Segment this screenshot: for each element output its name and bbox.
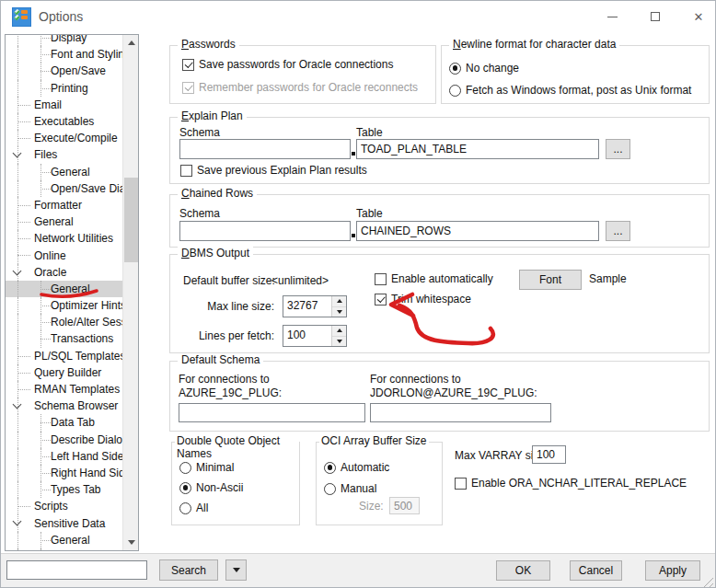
chevron-down-icon[interactable]	[13, 266, 22, 275]
explain-table-browse-button[interactable]: ...	[606, 139, 630, 159]
oci-size-label: Size:	[359, 500, 384, 513]
minimize-button[interactable]	[595, 1, 629, 32]
default-schema-legend: Default Schema	[178, 353, 263, 366]
newline-format-group: Newline format for character data No cha…	[441, 45, 710, 104]
tree-connector	[17, 356, 30, 357]
chained-table-input[interactable]	[356, 221, 599, 241]
scroll-up-icon[interactable]	[123, 35, 139, 51]
right-default-schema-input[interactable]	[370, 403, 551, 422]
tree-item-general[interactable]: General	[6, 281, 122, 297]
save-passwords-checkbox[interactable]: Save passwords for Oracle connections	[182, 58, 393, 71]
tree-item-describe-dialogs[interactable]: Describe Dialogs	[6, 432, 122, 448]
spin-down-icon[interactable]	[332, 307, 346, 317]
maximize-button[interactable]	[639, 1, 672, 32]
tree-item-font-and-styling[interactable]: Font and Styling	[6, 46, 122, 63]
chained-schema-input[interactable]	[179, 221, 351, 241]
tree-item-scripts[interactable]: Scripts	[6, 498, 122, 514]
chevron-down-icon[interactable]	[13, 149, 22, 158]
checkbox-checked-icon	[182, 59, 194, 71]
spin-down-icon[interactable]	[332, 337, 346, 347]
spin-up-icon[interactable]	[332, 326, 346, 337]
tree-item-label: Query Builder	[34, 366, 101, 379]
tree-item-open-save-dialogs[interactable]: Open/Save Dialogs	[6, 180, 122, 197]
tree-item-online[interactable]: Online	[6, 247, 122, 263]
tree-item-display[interactable]: Display	[6, 34, 122, 46]
max-line-size-spinner[interactable]: 32767	[283, 295, 347, 317]
fetch-windows-post-unix-radio[interactable]: Fetch as Windows format, post as Unix fo…	[449, 84, 691, 97]
tree-item-oracle[interactable]: Oracle	[6, 264, 122, 281]
tree-item-formatter[interactable]: Formatter	[6, 197, 122, 213]
apply-button[interactable]: Apply	[645, 560, 700, 581]
font-button[interactable]: Font	[519, 270, 582, 290]
search-input[interactable]	[6, 560, 147, 580]
options-app-icon	[12, 7, 31, 27]
tree-item-general[interactable]: General	[6, 164, 122, 180]
tree-guide-line	[17, 465, 18, 481]
search-options-dropdown-button[interactable]	[225, 559, 247, 581]
tree-guide-line	[17, 330, 18, 347]
minimal-radio[interactable]: Minimal	[179, 461, 234, 474]
schema-table-separator-dot	[352, 234, 355, 237]
enable-ora-nchar-checkbox[interactable]: Enable ORA_NCHAR_LITERAL_REPLACE	[455, 477, 687, 490]
tree-item-types-tab[interactable]: Types Tab	[6, 481, 122, 498]
chevron-down-icon[interactable]	[13, 517, 22, 526]
tree-item-label: Display	[51, 34, 87, 44]
dbms-output-legend: DBMS Output	[178, 247, 253, 259]
tree-scrollbar[interactable]	[122, 35, 138, 550]
scroll-down-icon[interactable]	[123, 535, 139, 550]
lines-per-fetch-spinner[interactable]: 100	[283, 325, 347, 347]
tree-item-pl-sql-templates[interactable]: PL/SQL Templates	[6, 348, 122, 364]
tree-item-execute-compile[interactable]: Execute/Compile	[6, 130, 122, 146]
all-radio[interactable]: All	[179, 502, 208, 514]
cancel-button[interactable]: Cancel	[570, 560, 622, 581]
explain-schema-input[interactable]	[179, 139, 351, 159]
tree-item-left-hand-side[interactable]: Left Hand Side	[6, 448, 122, 465]
tree-item-optimizer-hints[interactable]: Optimizer Hints	[6, 297, 122, 314]
automatic-radio[interactable]: Automatic	[324, 461, 389, 474]
right-connection-caption-2: JDORLON@AZURE_19C_PLUG:	[370, 386, 537, 399]
tree-item-schema-browser[interactable]: Schema Browser	[6, 398, 122, 414]
tree-guide-line	[17, 63, 18, 79]
explain-table-input[interactable]	[356, 139, 599, 159]
title-bar: Options ✕	[1, 1, 715, 32]
checkbox-checked-icon	[375, 294, 387, 306]
tree-item-search-rules[interactable]: Search Rules	[6, 548, 122, 551]
scrollbar-thumb[interactable]	[124, 178, 138, 262]
save-explain-results-checkbox[interactable]: Save previous Explain Plan results	[180, 164, 367, 177]
tree-guide-line	[17, 80, 18, 97]
ok-button[interactable]: OK	[496, 560, 550, 581]
tree-connector	[40, 540, 51, 541]
tree-item-role-alter-session[interactable]: Role/Alter Session	[6, 314, 122, 330]
max-varray-size-input[interactable]	[532, 445, 566, 464]
resize-grip[interactable]	[701, 575, 713, 587]
tree-connector	[17, 205, 30, 206]
search-button[interactable]: Search	[159, 559, 218, 581]
tree-item-sensitive-data[interactable]: Sensitive Data	[6, 514, 122, 531]
tree-item-open-save[interactable]: Open/Save	[6, 63, 122, 79]
manual-radio[interactable]: Manual	[324, 482, 376, 495]
left-default-schema-input[interactable]	[179, 403, 365, 422]
no-change-radio[interactable]: No change	[449, 62, 519, 75]
tree-item-right-hand-side[interactable]: Right Hand Side	[6, 465, 122, 481]
tree-item-email[interactable]: Email	[6, 97, 122, 113]
tree-connector	[40, 88, 51, 89]
tree-item-network-utilities[interactable]: Network Utilities	[6, 230, 122, 247]
close-button[interactable]: ✕	[682, 1, 715, 32]
trim-whitespace-checkbox[interactable]: Trim whitespace	[375, 293, 471, 306]
tree-item-rman-templates[interactable]: RMAN Templates	[6, 381, 122, 398]
enable-automatically-checkbox[interactable]: Enable automatically	[375, 272, 493, 285]
tree-connector	[17, 121, 30, 122]
tree-item-data-tab[interactable]: Data Tab	[6, 414, 122, 431]
chevron-down-icon[interactable]	[13, 400, 22, 409]
tree-item-transactions[interactable]: Transactions	[6, 330, 122, 347]
tree-item-printing[interactable]: Printing	[6, 80, 122, 97]
chained-table-browse-button[interactable]: ...	[606, 221, 630, 241]
tree-item-general[interactable]: General	[6, 213, 122, 230]
tree-guide-line	[17, 481, 18, 498]
tree-item-query-builder[interactable]: Query Builder	[6, 364, 122, 381]
tree-item-general[interactable]: General	[6, 532, 122, 548]
tree-item-executables[interactable]: Executables	[6, 113, 122, 130]
spin-up-icon[interactable]	[332, 296, 346, 307]
tree-item-files[interactable]: Files	[6, 146, 122, 163]
non-ascii-radio[interactable]: Non-Ascii	[179, 481, 243, 494]
